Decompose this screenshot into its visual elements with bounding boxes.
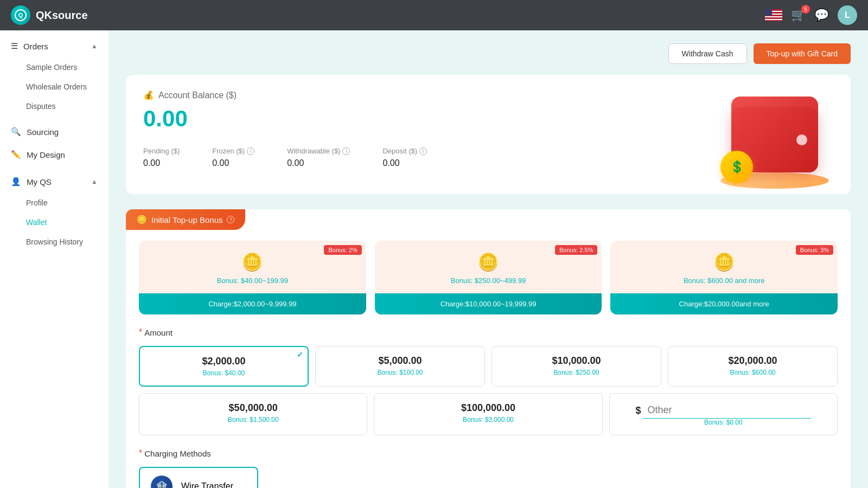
balance-deposit: Deposit ($) i 0.00 bbox=[382, 147, 427, 168]
amount-card-2000[interactable]: $2,000.00 Bonus: $40.00 bbox=[139, 346, 309, 387]
pending-label: Pending ($) bbox=[143, 147, 180, 155]
bonus-tier-2[interactable]: Bonus: 2.5% 🪙 Bonus: $250.00~499.99 Char… bbox=[375, 241, 602, 314]
tier-3-bonus-text: Bonus: $600.00 and more bbox=[619, 277, 829, 285]
balance-card: 💰 Account Balance ($) 0.00 Pending ($) 0… bbox=[126, 75, 851, 194]
my-qs-icon: 👤 bbox=[11, 177, 21, 187]
logo-area: Q QKsource bbox=[11, 5, 88, 25]
wire-transfer-option[interactable]: 🏦 Wire Transfer bbox=[139, 467, 258, 488]
balance-withdrawable: Withdrawable ($) i 0.00 bbox=[287, 147, 350, 168]
sidebar-item-wholesale-orders[interactable]: Wholesale Orders bbox=[0, 77, 108, 97]
tier-1-charge-text: Charge:$2,000.00~9,999.99 bbox=[139, 293, 366, 314]
my-qs-section: 👤 My QS ▲ Profile Wallet Browsing Histor… bbox=[0, 166, 108, 256]
frozen-info-icon[interactable]: i bbox=[247, 147, 254, 155]
sidebar-item-profile[interactable]: Profile bbox=[0, 193, 108, 213]
cart-button[interactable]: 🛒 5 bbox=[791, 8, 806, 22]
balance-frozen: Frozen ($) i 0.00 bbox=[212, 147, 254, 168]
tier-1-badge: Bonus: 2% bbox=[324, 245, 361, 255]
bonus-coin-icon: 🪙 bbox=[137, 215, 147, 224]
balance-title: Account Balance ($) bbox=[158, 91, 237, 100]
wallet-bag-icon: 💰 bbox=[143, 90, 154, 100]
sidebar-item-browsing-history[interactable]: Browsing History bbox=[0, 232, 108, 252]
sidebar-item-orders[interactable]: ☰ Orders ▲ bbox=[0, 35, 108, 57]
tier-2-badge: Bonus: 2.5% bbox=[555, 245, 597, 255]
amount-card-other[interactable]: $ Bonus: $0.00 bbox=[609, 393, 838, 435]
amount-section: * Amount $2,000.00 Bonus: $40.00 $5,000.… bbox=[126, 328, 851, 435]
bonus-tier-1[interactable]: Bonus: 2% 🪙 Bonus: $40.00~199.99 Charge:… bbox=[139, 241, 366, 314]
cart-badge: 5 bbox=[801, 5, 810, 14]
header-right: 🛒 5 💬 L bbox=[765, 5, 857, 25]
amount-card-50000[interactable]: $50,000.00 Bonus: $1,500.00 bbox=[139, 393, 367, 435]
wire-transfer-label: Wire Transfer bbox=[181, 481, 233, 488]
bonus-tiers: Bonus: 2% 🪙 Bonus: $40.00~199.99 Charge:… bbox=[126, 241, 851, 314]
app-name: QKsource bbox=[36, 9, 88, 22]
my-design-icon: ✏️ bbox=[11, 150, 21, 159]
amount-grid-row2: $50,000.00 Bonus: $1,500.00 $100,000.00 … bbox=[139, 393, 838, 435]
my-qs-chevron: ▲ bbox=[91, 178, 98, 185]
withdrawable-info-icon[interactable]: i bbox=[342, 147, 350, 155]
amount-card-10000[interactable]: $10,000.00 Bonus: $250.00 bbox=[492, 346, 661, 387]
tier-3-badge: Bonus: 3% bbox=[796, 245, 833, 255]
tier-3-charge-text: Charge:$20,000.00and more bbox=[610, 293, 838, 314]
header: Q QKsource 🛒 5 💬 L bbox=[0, 0, 868, 30]
sidebar-item-sample-orders[interactable]: Sample Orders bbox=[0, 57, 108, 77]
charging-section: * Charging Methods 🏦 Wire Transfer bbox=[126, 448, 851, 488]
bonus-section: 🪙 Initial Top-up Bonus ? Bonus: 2% 🪙 Bon… bbox=[126, 209, 851, 488]
withdraw-cash-button[interactable]: Withdraw Cash bbox=[668, 43, 747, 64]
wire-transfer-icon: 🏦 bbox=[151, 476, 173, 488]
amount-label: * Amount bbox=[139, 328, 838, 337]
sidebar: ☰ Orders ▲ Sample Orders Wholesale Order… bbox=[0, 30, 108, 488]
svg-text:Q: Q bbox=[18, 12, 23, 18]
bonus-header: 🪙 Initial Top-up Bonus ? bbox=[126, 209, 245, 230]
bonus-header-label: Initial Top-up Bonus bbox=[151, 215, 222, 224]
avatar[interactable]: L bbox=[838, 5, 857, 25]
deposit-value: 0.00 bbox=[382, 158, 427, 168]
pending-value: 0.00 bbox=[143, 158, 180, 168]
amount-card-20000[interactable]: $20,000.00 Bonus: $600.00 bbox=[668, 346, 838, 387]
language-flag[interactable] bbox=[765, 9, 782, 21]
orders-label: Orders bbox=[23, 42, 48, 51]
bonus-info-icon[interactable]: ? bbox=[227, 216, 234, 223]
orders-section: ☰ Orders ▲ Sample Orders Wholesale Order… bbox=[0, 30, 108, 120]
tier-1-bonus-text: Bonus: $40.00~199.99 bbox=[148, 277, 358, 285]
sidebar-item-wallet[interactable]: Wallet bbox=[0, 213, 108, 232]
top-actions: Withdraw Cash Top-up with Gift Card bbox=[126, 43, 851, 64]
orders-icon: ☰ bbox=[11, 41, 18, 51]
layout: ☰ Orders ▲ Sample Orders Wholesale Order… bbox=[0, 30, 868, 488]
sourcing-icon: 🔍 bbox=[11, 127, 21, 137]
deposit-label: Deposit ($) bbox=[382, 147, 417, 155]
topup-gift-card-button[interactable]: Top-up with Gift Card bbox=[754, 43, 851, 64]
sidebar-item-my-qs[interactable]: 👤 My QS ▲ bbox=[0, 170, 108, 193]
amount-card-5000[interactable]: $5,000.00 Bonus: $100.00 bbox=[315, 346, 485, 387]
message-icon[interactable]: 💬 bbox=[814, 8, 829, 22]
charging-required-star: * bbox=[139, 448, 142, 458]
tier-2-bonus-text: Bonus: $250.00~499.99 bbox=[384, 277, 593, 285]
withdrawable-label: Withdrawable ($) bbox=[287, 147, 340, 155]
sidebar-item-disputes[interactable]: Disputes bbox=[0, 97, 108, 116]
required-star: * bbox=[139, 328, 142, 337]
frozen-label: Frozen ($) bbox=[212, 147, 245, 155]
sidebar-item-sourcing[interactable]: 🔍 Sourcing bbox=[0, 120, 108, 143]
my-qs-label: My QS bbox=[27, 177, 52, 187]
logo-icon: Q bbox=[11, 5, 30, 25]
withdrawable-value: 0.00 bbox=[287, 158, 350, 168]
deposit-info-icon[interactable]: i bbox=[419, 147, 427, 155]
sourcing-label: Sourcing bbox=[27, 127, 59, 137]
charging-label: * Charging Methods bbox=[139, 448, 838, 458]
other-amount-input[interactable] bbox=[643, 402, 811, 419]
my-design-label: My Design bbox=[27, 150, 65, 159]
balance-pending: Pending ($) 0.00 bbox=[143, 147, 180, 168]
amount-grid-row1: $2,000.00 Bonus: $40.00 $5,000.00 Bonus:… bbox=[139, 346, 838, 387]
amount-card-100000[interactable]: $100,000.00 Bonus: $3,000.00 bbox=[374, 393, 602, 435]
main-content: Withdraw Cash Top-up with Gift Card 💰 Ac… bbox=[108, 30, 868, 488]
tier-2-charge-text: Charge:$10,000.00~19,999.99 bbox=[375, 293, 602, 314]
wallet-illustration: 💲 bbox=[720, 86, 829, 189]
sidebar-item-my-design[interactable]: ✏️ My Design bbox=[0, 143, 108, 166]
dollar-prefix: $ bbox=[635, 405, 641, 416]
bonus-tier-3[interactable]: Bonus: 3% 🪙 Bonus: $600.00 and more Char… bbox=[610, 241, 838, 314]
orders-chevron: ▲ bbox=[91, 42, 98, 50]
frozen-value: 0.00 bbox=[212, 158, 254, 168]
